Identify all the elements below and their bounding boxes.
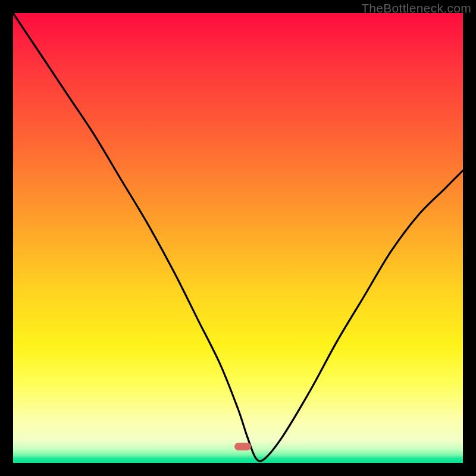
watermark-text: TheBottleneck.com <box>361 1 471 15</box>
plot-area <box>13 13 463 463</box>
chart-frame: TheBottleneck.com <box>0 0 476 476</box>
optimal-marker <box>234 443 251 450</box>
bottleneck-curve <box>13 13 463 463</box>
